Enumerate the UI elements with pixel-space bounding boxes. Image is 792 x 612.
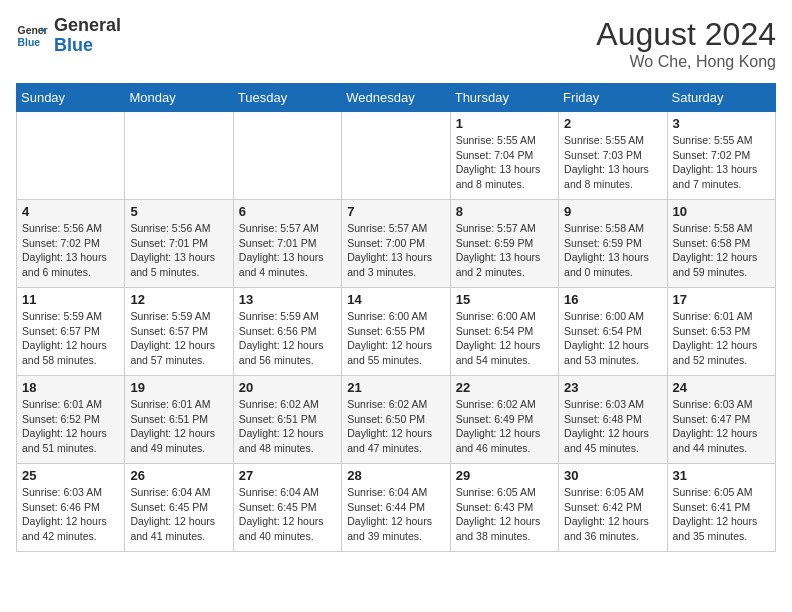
day-number: 1	[456, 116, 553, 131]
day-number: 6	[239, 204, 336, 219]
day-number: 27	[239, 468, 336, 483]
day-number: 4	[22, 204, 119, 219]
logo: General Blue General Blue	[16, 16, 121, 56]
day-number: 2	[564, 116, 661, 131]
day-info: Sunrise: 6:04 AMSunset: 6:45 PMDaylight:…	[130, 485, 227, 544]
calendar-cell: 3Sunrise: 5:55 AMSunset: 7:02 PMDaylight…	[667, 112, 775, 200]
day-number: 30	[564, 468, 661, 483]
day-info: Sunrise: 6:02 AMSunset: 6:50 PMDaylight:…	[347, 397, 444, 456]
title-block: August 2024 Wo Che, Hong Kong	[596, 16, 776, 71]
day-header-tuesday: Tuesday	[233, 84, 341, 112]
calendar-cell: 2Sunrise: 5:55 AMSunset: 7:03 PMDaylight…	[559, 112, 667, 200]
day-number: 15	[456, 292, 553, 307]
day-number: 22	[456, 380, 553, 395]
day-info: Sunrise: 6:01 AMSunset: 6:51 PMDaylight:…	[130, 397, 227, 456]
calendar-week-4: 18Sunrise: 6:01 AMSunset: 6:52 PMDayligh…	[17, 376, 776, 464]
calendar-subtitle: Wo Che, Hong Kong	[596, 53, 776, 71]
day-info: Sunrise: 6:00 AMSunset: 6:54 PMDaylight:…	[564, 309, 661, 368]
day-info: Sunrise: 6:04 AMSunset: 6:45 PMDaylight:…	[239, 485, 336, 544]
calendar-cell: 6Sunrise: 5:57 AMSunset: 7:01 PMDaylight…	[233, 200, 341, 288]
day-info: Sunrise: 5:59 AMSunset: 6:57 PMDaylight:…	[22, 309, 119, 368]
calendar-cell	[342, 112, 450, 200]
day-number: 17	[673, 292, 770, 307]
day-info: Sunrise: 5:55 AMSunset: 7:03 PMDaylight:…	[564, 133, 661, 192]
day-number: 8	[456, 204, 553, 219]
day-number: 21	[347, 380, 444, 395]
day-number: 12	[130, 292, 227, 307]
calendar-cell: 9Sunrise: 5:58 AMSunset: 6:59 PMDaylight…	[559, 200, 667, 288]
day-info: Sunrise: 6:02 AMSunset: 6:49 PMDaylight:…	[456, 397, 553, 456]
day-info: Sunrise: 5:57 AMSunset: 6:59 PMDaylight:…	[456, 221, 553, 280]
calendar-cell: 19Sunrise: 6:01 AMSunset: 6:51 PMDayligh…	[125, 376, 233, 464]
calendar-cell: 5Sunrise: 5:56 AMSunset: 7:01 PMDaylight…	[125, 200, 233, 288]
day-number: 14	[347, 292, 444, 307]
day-info: Sunrise: 6:02 AMSunset: 6:51 PMDaylight:…	[239, 397, 336, 456]
calendar-cell: 14Sunrise: 6:00 AMSunset: 6:55 PMDayligh…	[342, 288, 450, 376]
day-info: Sunrise: 5:55 AMSunset: 7:02 PMDaylight:…	[673, 133, 770, 192]
day-number: 29	[456, 468, 553, 483]
calendar-week-5: 25Sunrise: 6:03 AMSunset: 6:46 PMDayligh…	[17, 464, 776, 552]
calendar-cell: 23Sunrise: 6:03 AMSunset: 6:48 PMDayligh…	[559, 376, 667, 464]
calendar-cell	[17, 112, 125, 200]
calendar-cell: 10Sunrise: 5:58 AMSunset: 6:58 PMDayligh…	[667, 200, 775, 288]
day-number: 26	[130, 468, 227, 483]
calendar-cell: 30Sunrise: 6:05 AMSunset: 6:42 PMDayligh…	[559, 464, 667, 552]
day-number: 19	[130, 380, 227, 395]
calendar-cell: 12Sunrise: 5:59 AMSunset: 6:57 PMDayligh…	[125, 288, 233, 376]
day-number: 20	[239, 380, 336, 395]
calendar-cell: 22Sunrise: 6:02 AMSunset: 6:49 PMDayligh…	[450, 376, 558, 464]
calendar-week-3: 11Sunrise: 5:59 AMSunset: 6:57 PMDayligh…	[17, 288, 776, 376]
calendar-cell: 7Sunrise: 5:57 AMSunset: 7:00 PMDaylight…	[342, 200, 450, 288]
day-number: 13	[239, 292, 336, 307]
calendar-cell: 17Sunrise: 6:01 AMSunset: 6:53 PMDayligh…	[667, 288, 775, 376]
day-info: Sunrise: 6:05 AMSunset: 6:42 PMDaylight:…	[564, 485, 661, 544]
day-header-thursday: Thursday	[450, 84, 558, 112]
calendar-cell: 20Sunrise: 6:02 AMSunset: 6:51 PMDayligh…	[233, 376, 341, 464]
day-info: Sunrise: 6:03 AMSunset: 6:46 PMDaylight:…	[22, 485, 119, 544]
day-info: Sunrise: 5:58 AMSunset: 6:58 PMDaylight:…	[673, 221, 770, 280]
day-info: Sunrise: 6:03 AMSunset: 6:48 PMDaylight:…	[564, 397, 661, 456]
day-number: 28	[347, 468, 444, 483]
day-info: Sunrise: 6:05 AMSunset: 6:43 PMDaylight:…	[456, 485, 553, 544]
day-number: 11	[22, 292, 119, 307]
calendar-cell	[125, 112, 233, 200]
calendar-cell: 24Sunrise: 6:03 AMSunset: 6:47 PMDayligh…	[667, 376, 775, 464]
calendar-cell: 1Sunrise: 5:55 AMSunset: 7:04 PMDaylight…	[450, 112, 558, 200]
day-number: 31	[673, 468, 770, 483]
calendar-cell: 27Sunrise: 6:04 AMSunset: 6:45 PMDayligh…	[233, 464, 341, 552]
day-info: Sunrise: 6:03 AMSunset: 6:47 PMDaylight:…	[673, 397, 770, 456]
day-info: Sunrise: 5:56 AMSunset: 7:02 PMDaylight:…	[22, 221, 119, 280]
calendar-cell: 29Sunrise: 6:05 AMSunset: 6:43 PMDayligh…	[450, 464, 558, 552]
calendar-week-2: 4Sunrise: 5:56 AMSunset: 7:02 PMDaylight…	[17, 200, 776, 288]
calendar-cell: 26Sunrise: 6:04 AMSunset: 6:45 PMDayligh…	[125, 464, 233, 552]
svg-text:Blue: Blue	[18, 36, 41, 47]
calendar-cell: 11Sunrise: 5:59 AMSunset: 6:57 PMDayligh…	[17, 288, 125, 376]
calendar-cell: 4Sunrise: 5:56 AMSunset: 7:02 PMDaylight…	[17, 200, 125, 288]
day-number: 10	[673, 204, 770, 219]
day-info: Sunrise: 6:05 AMSunset: 6:41 PMDaylight:…	[673, 485, 770, 544]
day-header-monday: Monday	[125, 84, 233, 112]
day-info: Sunrise: 5:57 AMSunset: 7:01 PMDaylight:…	[239, 221, 336, 280]
day-header-sunday: Sunday	[17, 84, 125, 112]
calendar-cell: 16Sunrise: 6:00 AMSunset: 6:54 PMDayligh…	[559, 288, 667, 376]
calendar-cell: 18Sunrise: 6:01 AMSunset: 6:52 PMDayligh…	[17, 376, 125, 464]
logo-text: General Blue	[54, 16, 121, 56]
calendar-cell: 13Sunrise: 5:59 AMSunset: 6:56 PMDayligh…	[233, 288, 341, 376]
day-number: 18	[22, 380, 119, 395]
day-info: Sunrise: 5:58 AMSunset: 6:59 PMDaylight:…	[564, 221, 661, 280]
calendar-cell: 25Sunrise: 6:03 AMSunset: 6:46 PMDayligh…	[17, 464, 125, 552]
calendar-table: SundayMondayTuesdayWednesdayThursdayFrid…	[16, 83, 776, 552]
day-header-wednesday: Wednesday	[342, 84, 450, 112]
calendar-cell: 21Sunrise: 6:02 AMSunset: 6:50 PMDayligh…	[342, 376, 450, 464]
day-number: 24	[673, 380, 770, 395]
calendar-cell: 31Sunrise: 6:05 AMSunset: 6:41 PMDayligh…	[667, 464, 775, 552]
calendar-cell: 15Sunrise: 6:00 AMSunset: 6:54 PMDayligh…	[450, 288, 558, 376]
day-info: Sunrise: 6:01 AMSunset: 6:53 PMDaylight:…	[673, 309, 770, 368]
page-header: General Blue General Blue August 2024 Wo…	[16, 16, 776, 71]
day-number: 9	[564, 204, 661, 219]
calendar-title: August 2024	[596, 16, 776, 53]
calendar-week-1: 1Sunrise: 5:55 AMSunset: 7:04 PMDaylight…	[17, 112, 776, 200]
logo-icon: General Blue	[16, 20, 48, 52]
day-info: Sunrise: 6:01 AMSunset: 6:52 PMDaylight:…	[22, 397, 119, 456]
day-number: 25	[22, 468, 119, 483]
